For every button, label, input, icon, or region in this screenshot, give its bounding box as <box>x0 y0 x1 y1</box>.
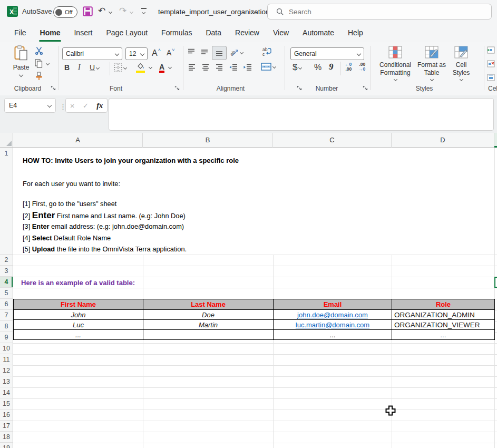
header-email[interactable]: Email <box>274 299 392 310</box>
increase-indent-icon[interactable] <box>243 64 252 71</box>
bold-button[interactable]: B <box>64 63 70 72</box>
howto-title[interactable]: HOW TO: Invite Users to join your organi… <box>23 157 239 164</box>
cell-role[interactable]: ... <box>392 330 495 340</box>
comma-style-button[interactable]: 9 <box>329 62 334 72</box>
tab-view[interactable]: View <box>266 25 296 41</box>
row-header-15[interactable]: 15 <box>0 398 13 410</box>
underline-button[interactable]: U <box>90 63 99 72</box>
formula-input[interactable] <box>109 98 494 131</box>
col-header-E[interactable] <box>494 133 497 148</box>
tab-insert[interactable]: Insert <box>67 25 99 41</box>
align-center-icon[interactable] <box>202 64 209 71</box>
col-header-B[interactable]: B <box>143 133 273 148</box>
autosave-toggle[interactable]: Off <box>53 6 77 18</box>
insert-function-icon[interactable]: fx <box>96 101 103 110</box>
header-last-name[interactable]: Last Name <box>143 299 274 310</box>
cell-role[interactable]: ORGANIZATION_VIEWER <box>392 320 495 330</box>
row-header-6[interactable]: 6 <box>0 299 13 310</box>
shrink-font-button[interactable]: A ˅ <box>167 48 176 57</box>
clipboard-dialog-launcher[interactable] <box>51 85 56 91</box>
tab-page-layout[interactable]: Page Layout <box>99 25 154 41</box>
redo-chevron-icon[interactable] <box>130 10 133 14</box>
row-header-16[interactable]: 16 <box>0 410 13 421</box>
row-header-18[interactable]: 18 <box>0 432 13 443</box>
align-middle-icon[interactable] <box>201 48 208 55</box>
wrap-text-icon[interactable]: ab c <box>262 47 271 56</box>
cell-first[interactable]: John <box>14 310 143 320</box>
row-header-3[interactable]: 3 <box>0 266 13 277</box>
row-header-4[interactable]: 4 <box>0 277 13 288</box>
copy-icon[interactable] <box>35 59 43 68</box>
save-icon[interactable] <box>83 6 93 16</box>
cell-email[interactable]: ... <box>274 330 392 340</box>
format-cells-button[interactable]: Format <box>487 74 497 81</box>
row-header-8[interactable]: 8 <box>0 321 13 332</box>
col-header-C[interactable]: C <box>273 133 392 148</box>
row-header-14[interactable]: 14 <box>0 387 13 398</box>
align-top-icon[interactable] <box>188 48 195 55</box>
orientation-button[interactable]: ab <box>230 48 243 56</box>
align-left-icon[interactable] <box>188 64 196 71</box>
tab-data[interactable]: Data <box>199 25 228 41</box>
conditional-formatting-button[interactable]: Conditional Formatting <box>375 46 416 81</box>
row-header-2[interactable]: 2 <box>0 255 13 266</box>
borders-button[interactable] <box>114 63 126 72</box>
font-dialog-launcher[interactable] <box>174 85 180 91</box>
row-header-10[interactable]: 10 <box>0 343 13 354</box>
number-format-select[interactable]: General <box>290 47 364 60</box>
italic-button[interactable]: I <box>78 63 81 72</box>
row-header-11[interactable]: 11 <box>0 354 13 365</box>
email-link[interactable]: john.doe@domain.com <box>297 311 368 319</box>
align-right-icon[interactable] <box>216 64 223 71</box>
tab-file[interactable]: File <box>7 25 33 41</box>
header-first-name[interactable]: First Name <box>14 299 143 310</box>
cell-role[interactable]: ORGANIZATION_ADMIN <box>392 310 495 320</box>
qat-overflow-icon[interactable] <box>141 8 147 9</box>
undo-chevron-icon[interactable] <box>109 10 112 14</box>
format-painter-icon[interactable] <box>35 72 43 81</box>
tab-home[interactable]: Home <box>33 25 67 41</box>
row-header-5[interactable]: 5 <box>0 288 13 299</box>
tab-formulas[interactable]: Formulas <box>154 25 199 41</box>
instruction-steps[interactable]: [1] First, go to the "users" sheet[2] En… <box>23 198 187 255</box>
delete-cells-button[interactable]: Delete <box>487 60 497 67</box>
font-color-button[interactable]: A <box>159 63 171 71</box>
header-role[interactable]: Role <box>392 299 495 310</box>
col-header-A[interactable]: A <box>13 133 143 148</box>
percent-button[interactable]: % <box>314 63 321 72</box>
cell-last[interactable] <box>143 330 274 340</box>
row-header-19[interactable]: 19 <box>0 443 13 448</box>
tab-review[interactable]: Review <box>228 25 266 41</box>
row-header-13[interactable]: 13 <box>0 376 13 387</box>
paste-button[interactable]: Paste <box>9 45 33 76</box>
font-name-select[interactable]: Calibri <box>62 47 122 60</box>
decrease-decimal-button[interactable]: .00 →0 <box>358 62 365 72</box>
cancel-icon[interactable]: × <box>70 101 75 110</box>
col-header-D[interactable]: D <box>392 133 494 148</box>
number-dialog-launcher[interactable] <box>363 85 368 91</box>
copy-chevron-icon[interactable] <box>46 62 50 65</box>
insert-cells-button[interactable]: Insert <box>487 46 497 54</box>
howto-intro[interactable]: For each user you want to invite: <box>23 180 120 188</box>
name-box[interactable]: E4 <box>4 98 56 113</box>
redo-icon[interactable]: ↷ <box>119 6 126 15</box>
row-header-7[interactable]: 7 <box>0 310 13 321</box>
row-header-1[interactable]: 1 <box>0 148 13 255</box>
row-header-17[interactable]: 17 <box>0 421 13 432</box>
align-bottom-button-selected[interactable] <box>212 46 227 60</box>
tab-automate[interactable]: Automate <box>296 25 341 41</box>
grow-font-button[interactable]: A ˄​ <box>152 48 162 58</box>
row-header-9[interactable]: 9 <box>0 332 13 343</box>
email-link[interactable]: luc.martin@domain.com <box>296 321 369 329</box>
cell-first[interactable]: Luc <box>14 320 143 330</box>
select-all-button[interactable] <box>0 133 13 148</box>
cut-icon[interactable] <box>35 46 43 55</box>
font-size-select[interactable]: 12 <box>125 47 148 60</box>
undo-icon[interactable]: ↶ <box>98 6 105 15</box>
increase-decimal-button[interactable]: ←0 .00 <box>345 62 352 72</box>
decrease-indent-icon[interactable] <box>229 64 238 71</box>
qat-overflow-chevron-icon[interactable] <box>142 11 145 14</box>
fill-color-button[interactable] <box>136 63 152 71</box>
search-input[interactable]: Search <box>267 4 492 20</box>
cell-last[interactable]: Martin <box>143 320 274 330</box>
